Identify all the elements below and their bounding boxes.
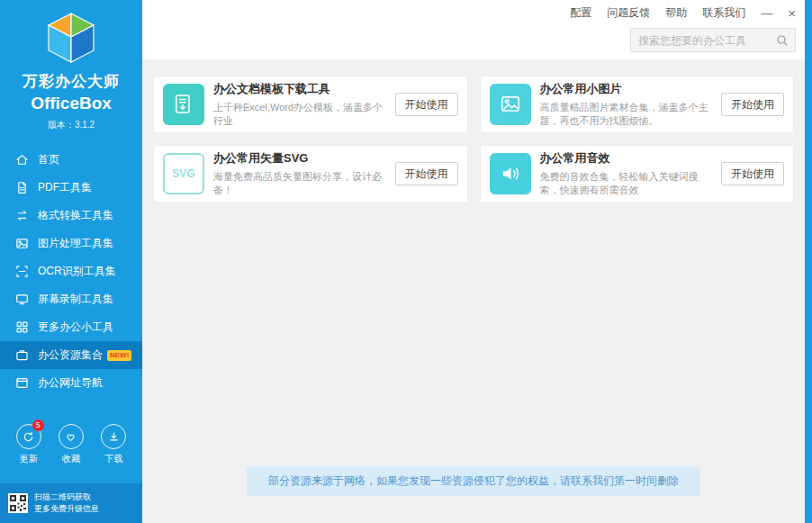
card-title: 办公常用小图片	[540, 81, 713, 97]
favorites-button[interactable]: 收藏	[59, 424, 84, 465]
sidebar-nav: 首页 PDF工具集 格式转换工具集 图片处理工具集	[0, 146, 142, 397]
card-common-images[interactable]: 办公常用小图片 高质量精品图片素材合集，涵盖多个主题，再也不用为找图烦恼。 开始…	[480, 76, 795, 133]
main-content: 办公文档模板下载工具 上千种Excel,Word办公模板，涵盖多个行业 开始使用…	[142, 59, 805, 523]
card-doc-templates[interactable]: 办公文档模板下载工具 上千种Excel,Word办公模板，涵盖多个行业 开始使用	[153, 76, 468, 133]
sidebar-item-label: 屏幕录制工具集	[38, 292, 113, 307]
speaker-icon	[490, 153, 531, 194]
qr-upgrade-banner[interactable]: 扫描二维码获取 更多免费升级信息	[0, 483, 142, 523]
home-icon	[15, 153, 29, 167]
card-desc: 高质量精品图片素材合集，涵盖多个主题，再也不用为找图烦恼。	[540, 101, 713, 128]
ocr-scan-icon	[15, 265, 29, 278]
sidebar-item-label: 办公网址导航	[38, 375, 103, 391]
download-icon	[101, 424, 126, 449]
card-text: 办公文档模板下载工具 上千种Excel,Word办公模板，涵盖多个行业	[213, 81, 386, 128]
sidebar-item-screen-record[interactable]: 屏幕录制工具集	[0, 285, 142, 313]
update-button[interactable]: 5 更新	[16, 424, 41, 465]
heart-icon	[59, 424, 84, 449]
card-text: 办公常用矢量SVG 海量免费高品质矢量图标分享，设计必备！	[213, 150, 386, 197]
grid-icon	[15, 320, 29, 334]
briefcase-icon	[15, 348, 29, 362]
action-label: 收藏	[62, 453, 80, 465]
monitor-icon	[15, 293, 29, 306]
doc-template-download-icon	[163, 84, 204, 125]
action-label: 更新	[20, 453, 38, 465]
card-text: 办公常用小图片 高质量精品图片素材合集，涵盖多个主题，再也不用为找图烦恼。	[540, 81, 713, 128]
sidebar-item-ocr-tools[interactable]: OCR识别工具集	[0, 257, 142, 285]
sidebar: 万彩办公大师 OfficeBox 版本：3.1.2 首页 PDF工具集 格式转换	[0, 0, 142, 523]
sidebar-quick-actions: 5 更新 收藏 下载	[0, 424, 142, 465]
app-version: 版本：3.1.2	[0, 119, 142, 131]
sidebar-item-image-tools[interactable]: 图片处理工具集	[0, 230, 142, 257]
app-name-en: OfficeBox	[0, 94, 142, 113]
sidebar-item-label: 更多办公小工具	[38, 320, 113, 335]
start-using-button[interactable]: 开始使用	[721, 93, 784, 116]
action-label: 下载	[104, 453, 122, 465]
browser-window-icon	[15, 376, 29, 390]
app-name: 万彩办公大师	[0, 71, 142, 92]
svg-badge-icon: SVG	[163, 153, 204, 194]
downloads-button[interactable]: 下载	[101, 424, 126, 465]
picture-icon	[490, 84, 531, 125]
sidebar-item-label: PDF工具集	[38, 180, 92, 195]
scrollbar[interactable]	[805, 0, 812, 523]
card-desc: 免费的音效合集，轻松输入关键词搜索，快速拥有所需音效	[540, 170, 713, 197]
sidebar-item-home[interactable]: 首页	[0, 146, 142, 174]
search-icon[interactable]	[776, 34, 789, 47]
card-title: 办公常用矢量SVG	[213, 150, 386, 167]
card-desc: 海量免费高品质矢量图标分享，设计必备！	[213, 170, 386, 197]
app-logo	[0, 0, 142, 64]
qr-code-icon	[8, 493, 28, 513]
sidebar-item-label: 图片处理工具集	[38, 236, 113, 251]
sidebar-item-label: 格式转换工具集	[38, 208, 113, 223]
sidebar-item-label: 办公资源集合	[38, 347, 103, 363]
sidebar-item-web-nav[interactable]: 办公网址导航	[0, 369, 142, 397]
card-vector-svg[interactable]: SVG 办公常用矢量SVG 海量免费高品质矢量图标分享，设计必备！ 开始使用	[153, 145, 468, 203]
officebox-window: 万彩办公大师 OfficeBox 版本：3.1.2 首页 PDF工具集 格式转换	[0, 0, 812, 523]
menu-contact-us[interactable]: 联系我们	[702, 5, 745, 21]
sidebar-item-office-resources[interactable]: 办公资源集合 NEW!	[0, 341, 142, 369]
qr-text-line2: 更多免费升级信息	[34, 504, 99, 513]
tool-card-grid: 办公文档模板下载工具 上千种Excel,Word办公模板，涵盖多个行业 开始使用…	[153, 76, 794, 203]
topbar: 配置 问题反馈 帮助 联系我们 — ×	[142, 0, 805, 59]
minimize-button[interactable]: —	[761, 6, 772, 20]
qr-banner-text: 扫描二维码获取 更多免费升级信息	[34, 491, 99, 516]
start-using-button[interactable]: 开始使用	[395, 162, 458, 185]
card-title: 办公常用音效	[540, 150, 713, 167]
image-icon	[15, 237, 29, 250]
sidebar-item-label: 首页	[38, 152, 59, 167]
search-box	[630, 28, 796, 52]
convert-arrows-icon	[15, 209, 29, 222]
sidebar-item-label: OCR识别工具集	[38, 264, 116, 279]
sidebar-item-format-convert[interactable]: 格式转换工具集	[0, 202, 142, 230]
card-title: 办公文档模板下载工具	[213, 81, 386, 97]
pdf-icon	[15, 181, 29, 194]
copyright-notice: 部分资源来源于网络，如果您发现一些资源侵犯了您的权益，请联系我们第一时间删除	[247, 466, 700, 496]
card-text: 办公常用音效 免费的音效合集，轻松输入关键词搜索，快速拥有所需音效	[540, 150, 713, 197]
start-using-button[interactable]: 开始使用	[721, 162, 784, 185]
sidebar-item-pdf-tools[interactable]: PDF工具集	[0, 174, 142, 202]
update-count-badge: 5	[32, 419, 44, 431]
menu-feedback[interactable]: 问题反馈	[607, 5, 650, 21]
new-badge: NEW!	[107, 350, 131, 361]
sidebar-item-more-tools[interactable]: 更多办公小工具	[0, 313, 142, 341]
topbar-menu: 配置 问题反馈 帮助 联系我们 — ×	[142, 0, 805, 25]
close-button[interactable]: ×	[788, 5, 796, 21]
start-using-button[interactable]: 开始使用	[395, 93, 458, 116]
card-sound-effects[interactable]: 办公常用音效 免费的音效合集，轻松输入关键词搜索，快速拥有所需音效 开始使用	[480, 145, 795, 203]
search-input[interactable]	[631, 34, 776, 47]
card-desc: 上千种Excel,Word办公模板，涵盖多个行业	[213, 101, 386, 128]
cube-logo-icon	[41, 12, 101, 64]
menu-settings[interactable]: 配置	[570, 5, 591, 21]
qr-text-line1: 扫描二维码获取	[34, 492, 91, 501]
menu-help[interactable]: 帮助	[665, 5, 687, 21]
